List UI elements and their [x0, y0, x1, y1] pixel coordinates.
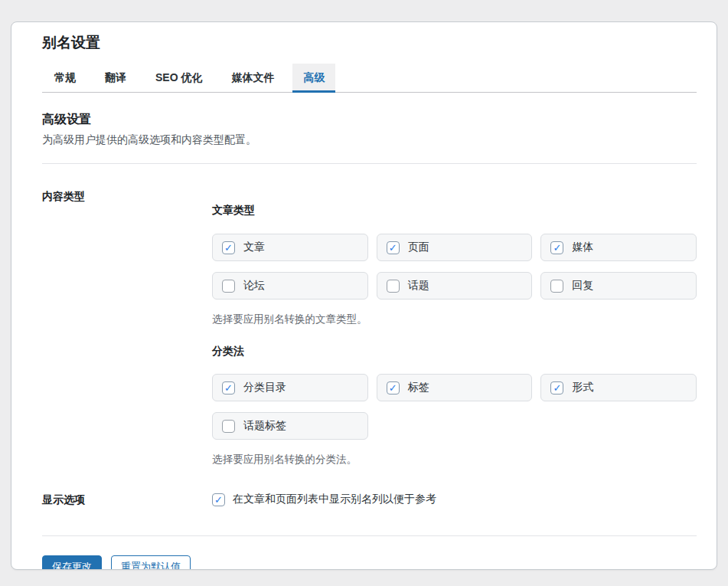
checkbox-item-page[interactable]: 页面 [377, 234, 533, 261]
display-options-label: 显示选项 [42, 493, 212, 507]
checkbox-item-topic[interactable]: 话题 [377, 272, 533, 300]
checkbox-item-tag[interactable]: 标签 [377, 374, 533, 401]
checkbox[interactable] [550, 241, 563, 254]
reset-defaults-button[interactable]: 重置为默认值 [111, 555, 191, 570]
checkbox[interactable] [222, 280, 235, 293]
checkbox-label: 论坛 [243, 279, 265, 293]
page-title: 别名设置 [42, 33, 697, 53]
checkbox-label: 形式 [572, 381, 593, 394]
checkbox-item-category[interactable]: 分类目录 [212, 374, 368, 401]
display-options-row: 显示选项 在文章和页面列表中显示别名列以便于参考 [42, 493, 697, 507]
checkbox[interactable] [387, 241, 400, 254]
tab-advanced[interactable]: 高级 [292, 64, 335, 93]
checkbox-label: 话题标签 [243, 419, 286, 433]
checkbox-label: 标签 [408, 381, 429, 394]
taxonomies-grid: 分类目录 标签 形式 话题标签 [212, 374, 697, 440]
checkbox-item-media[interactable]: 媒体 [540, 234, 697, 261]
tab-general[interactable]: 常规 [44, 64, 87, 92]
checkbox[interactable] [387, 280, 400, 293]
checkbox-label: 在文章和页面列表中显示别名列以便于参考 [233, 493, 436, 506]
tab-bar: 常规 翻译 SEO 优化 媒体文件 高级 [42, 64, 697, 93]
checkbox-label: 话题 [408, 279, 429, 293]
checkbox[interactable] [212, 493, 225, 506]
tab-seo[interactable]: SEO 优化 [145, 64, 213, 92]
tab-translation[interactable]: 翻译 [94, 64, 137, 92]
checkbox[interactable] [550, 381, 563, 394]
taxonomies-help: 选择要应用别名转换的分类法。 [212, 453, 697, 467]
checkbox-label: 文章 [243, 241, 265, 254]
checkbox[interactable] [222, 241, 235, 254]
checkbox[interactable] [222, 420, 235, 433]
save-button[interactable]: 保存更改 [42, 555, 102, 570]
post-types-heading: 文章类型 [212, 204, 697, 218]
action-bar: 保存更改 重置为默认值 [42, 555, 697, 570]
checkbox-label: 分类目录 [243, 381, 286, 394]
checkbox-item-forum[interactable]: 论坛 [212, 272, 368, 300]
checkbox-label: 媒体 [572, 241, 593, 254]
post-types-grid: 文章 页面 媒体 论坛 话题 [212, 234, 697, 300]
divider [42, 163, 697, 164]
checkbox-item-post[interactable]: 文章 [212, 234, 368, 261]
checkbox-item-reply[interactable]: 回复 [540, 272, 697, 300]
post-types-help: 选择要应用别名转换的文章类型。 [212, 313, 697, 326]
display-option-check[interactable]: 在文章和页面列表中显示别名列以便于参考 [212, 493, 697, 506]
checkbox[interactable] [222, 381, 235, 394]
content-types-label: 内容类型 [42, 189, 212, 467]
section-heading: 高级设置 [42, 112, 697, 128]
taxonomies-heading: 分类法 [212, 345, 697, 358]
section-description: 为高级用户提供的高级选项和内容类型配置。 [42, 133, 697, 147]
settings-card: 别名设置 常规 翻译 SEO 优化 媒体文件 高级 高级设置 为高级用户提供的高… [11, 21, 717, 570]
content-types-controls: 文章类型 文章 页面 媒体 论坛 [212, 189, 697, 467]
tab-media[interactable]: 媒体文件 [220, 64, 285, 92]
divider [42, 535, 697, 536]
checkbox-item-topic-tag[interactable]: 话题标签 [212, 412, 368, 440]
checkbox[interactable] [550, 280, 563, 293]
checkbox-item-format[interactable]: 形式 [540, 374, 697, 401]
checkbox[interactable] [387, 381, 400, 394]
content-types-row: 内容类型 文章类型 文章 页面 媒体 论坛 [42, 189, 697, 467]
checkbox-label: 回复 [572, 279, 593, 293]
checkbox-label: 页面 [408, 241, 429, 254]
